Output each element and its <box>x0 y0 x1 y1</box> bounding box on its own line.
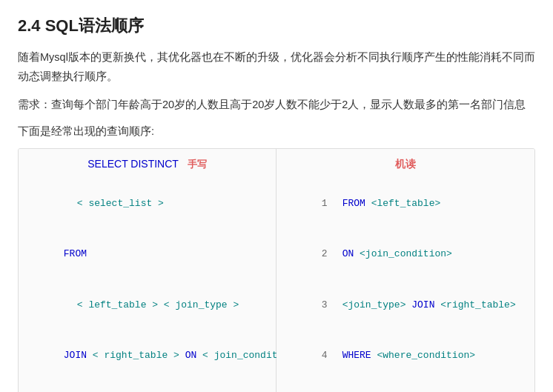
select-distinct-label: SELECT DISTINCT <box>87 158 179 170</box>
right-line-4: 4 WHERE <where_condition> <box>287 330 524 381</box>
section-label: 下面是经常出现的查询顺序: <box>18 122 535 141</box>
page-title: 2.4 SQL语法顺序 <box>18 15 535 37</box>
code-right-panel: 机读 1 FROM <left_table> 2 ON <join_condit… <box>276 149 534 392</box>
right-line-2: 2 ON <join_condition> <box>287 230 524 280</box>
code-left-panel: SELECT DISTINCT 手写 < select_list > FROM … <box>19 149 276 392</box>
left-line-1: < select_list > <box>29 179 265 229</box>
code-container: SELECT DISTINCT 手写 < select_list > FROM … <box>18 148 535 392</box>
left-header: SELECT DISTINCT 手写 <box>29 158 265 171</box>
hand-label: 手写 <box>188 159 207 170</box>
intro-text: 随着Mysql版本的更新换代，其优化器也在不断的升级，优化器会分析不同执行顺序产… <box>18 47 535 86</box>
right-header: 机读 <box>287 158 524 171</box>
left-line-4: JOIN < right_table > ON < join_condition… <box>29 330 265 381</box>
right-line-3: 3 <join_type> JOIN <right_table> <box>287 280 524 330</box>
requirement-text: 需求：查询每个部门年龄高于20岁的人数且高于20岁人数不能少于2人，显示人数最多… <box>18 95 535 114</box>
right-line-5: 5 GROUP BY <group_by_list> <box>287 381 524 392</box>
left-line-3: < left_table > < join_type > <box>29 280 265 330</box>
left-line-5: WHERE <box>29 381 265 392</box>
right-line-1: 1 FROM <left_table> <box>287 179 524 229</box>
left-line-2: FROM <box>29 230 265 280</box>
